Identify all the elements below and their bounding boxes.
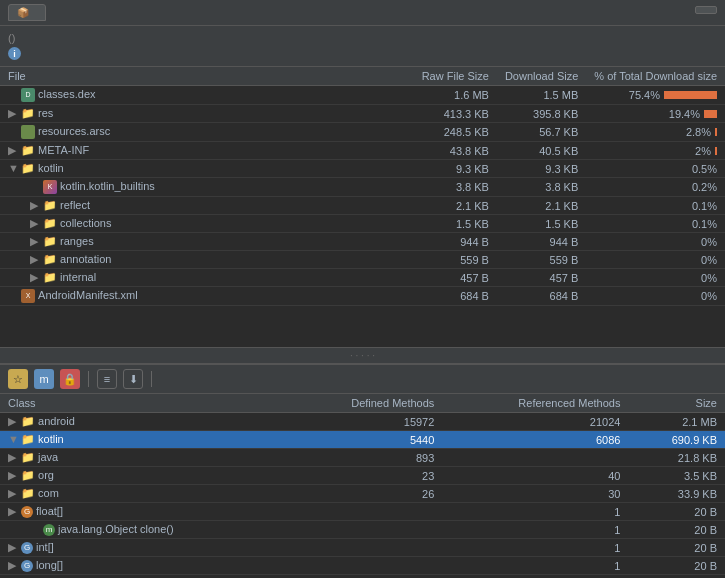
toolbar-btn-2[interactable]: m — [34, 369, 54, 389]
download-size-cell: 684 B — [497, 287, 586, 306]
table-row[interactable]: ▶ Glong[] 1 20 B — [0, 557, 725, 575]
class-name-text: java.lang.Object clone() — [58, 523, 174, 535]
pct-cell: 0% — [586, 233, 725, 251]
bar-container: 0% — [594, 290, 717, 302]
raw-size-header: Raw File Size — [414, 67, 497, 86]
table-row[interactable]: XAndroidManifest.xml 684 B 684 B 0% — [0, 287, 725, 306]
toolbar-btn-4[interactable]: ≡ — [97, 369, 117, 389]
pct-cell: 0% — [586, 287, 725, 306]
referenced-methods-cell: 40 — [442, 467, 628, 485]
toolbar-btn-3[interactable]: 🔒 — [60, 369, 80, 389]
bar-container: 75.4% — [594, 89, 717, 101]
toolbar-separator-2 — [151, 371, 152, 387]
table-row[interactable]: ▼ 📁kotlin 9.3 KB 9.3 KB 0.5% — [0, 160, 725, 178]
referenced-methods-cell: 1 — [442, 503, 628, 521]
expand-icon[interactable]: ▶ — [8, 559, 18, 572]
expand-icon[interactable]: ▶ — [8, 415, 18, 428]
file-name-text: META-INF — [38, 144, 89, 156]
download-size-cell: 1.5 MB — [497, 86, 586, 105]
referenced-methods-cell — [442, 449, 628, 467]
table-row[interactable]: ▼ 📁kotlin 5440 6086 690.9 KB — [0, 431, 725, 449]
toolbar-btn-5[interactable]: ⬇ — [123, 369, 143, 389]
expand-icon[interactable]: ▶ — [30, 199, 40, 212]
table-row[interactable]: ▶ 📁internal 457 B 457 B 0% — [0, 269, 725, 287]
pct-cell: 2.8% — [586, 123, 725, 142]
table-row[interactable]: mjava.lang.Object clone() 1 20 B — [0, 521, 725, 539]
expand-icon[interactable]: ▶ — [8, 541, 18, 554]
pct-text: 0.1% — [692, 200, 717, 212]
table-row[interactable]: ▶ 📁android 15972 21024 2.1 MB — [0, 413, 725, 431]
expand-icon[interactable]: ▶ — [30, 217, 40, 230]
file-name-text: resources.arsc — [38, 125, 110, 137]
file-name-text: res — [38, 107, 53, 119]
table-row[interactable]: ▶ 📁org 23 40 3.5 KB — [0, 467, 725, 485]
referenced-methods-cell: 1 — [442, 557, 628, 575]
expand-icon[interactable]: ▶ — [30, 235, 40, 248]
file-name-text: internal — [60, 271, 96, 283]
table-row[interactable]: ▶ 📁META-INF 43.8 KB 40.5 KB 2% — [0, 142, 725, 160]
table-row[interactable]: ▶ 📁annotation 559 B 559 B 0% — [0, 251, 725, 269]
table-row[interactable]: ▶ 📁reflect 2.1 KB 2.1 KB 0.1% — [0, 197, 725, 215]
size-cell: 21.8 KB — [628, 449, 725, 467]
bar-container: 19.4% — [594, 108, 717, 120]
size-cell: 20 B — [628, 557, 725, 575]
table-row[interactable]: ▶ 📁java 893 21.8 KB — [0, 449, 725, 467]
file-name-cell: XAndroidManifest.xml — [0, 287, 414, 306]
folder-icon: 📁 — [43, 253, 57, 265]
file-col-header: File — [0, 67, 414, 86]
file-name-cell: ▶ 📁res — [0, 105, 414, 123]
download-size-cell: 9.3 KB — [497, 160, 586, 178]
compare-button[interactable] — [695, 6, 717, 14]
folder-icon: 📁 — [21, 162, 35, 174]
size-cell: 690.9 KB — [628, 431, 725, 449]
table-row[interactable]: Dclasses.dex 1.6 MB 1.5 MB 75.4% — [0, 86, 725, 105]
bar-container: 0% — [594, 236, 717, 248]
folder-icon: 📁 — [21, 107, 35, 119]
pct-header: % of Total Download size — [586, 67, 725, 86]
defined-methods-cell: 5440 — [286, 431, 442, 449]
class-name-text: com — [38, 487, 59, 499]
expand-icon[interactable]: ▼ — [8, 162, 18, 174]
toolbar-btn-1[interactable]: ☆ — [8, 369, 28, 389]
expand-icon[interactable]: ▼ — [8, 433, 18, 445]
raw-size-cell: 944 B — [414, 233, 497, 251]
table-row[interactable]: ▶ 📁res 413.3 KB 395.8 KB 19.4% — [0, 105, 725, 123]
expand-icon[interactable]: ▶ — [8, 144, 18, 157]
file-name-text: annotation — [60, 253, 111, 265]
class-name-text: float[] — [36, 505, 63, 517]
expand-icon[interactable]: ▶ — [8, 505, 18, 518]
pct-text: 75.4% — [629, 89, 660, 101]
size-bar — [664, 91, 717, 99]
table-row[interactable]: ▶ 📁collections 1.5 KB 1.5 KB 0.1% — [0, 215, 725, 233]
bar-container: 0% — [594, 272, 717, 284]
table-row[interactable]: resources.arsc 248.5 KB 56.7 KB 2.8% — [0, 123, 725, 142]
app-size-line: i — [8, 47, 717, 60]
pct-text: 0% — [701, 236, 717, 248]
download-size-cell: 3.8 KB — [497, 178, 586, 197]
table-row[interactable]: Kkotlin.kotlin_builtins 3.8 KB 3.8 KB 0.… — [0, 178, 725, 197]
file-name-cell: ▶ 📁internal — [0, 269, 414, 287]
download-size-cell: 56.7 KB — [497, 123, 586, 142]
class-name-text: java — [38, 451, 58, 463]
pct-text: 0% — [701, 254, 717, 266]
expand-icon[interactable]: ▶ — [8, 451, 18, 464]
referenced-methods-cell: 30 — [442, 485, 628, 503]
info-icon: i — [8, 47, 21, 60]
raw-size-cell: 1.6 MB — [414, 86, 497, 105]
table-row[interactable]: ▶ 📁com 26 30 33.9 KB — [0, 485, 725, 503]
pct-cell: 0% — [586, 269, 725, 287]
class-name-cell: ▶ 📁org — [0, 467, 286, 485]
table-row[interactable]: ▶ 📁ranges 944 B 944 B 0% — [0, 233, 725, 251]
table-row[interactable]: ▶ Gfloat[] 1 20 B — [0, 503, 725, 521]
referenced-methods-cell: 1 — [442, 539, 628, 557]
expand-icon[interactable]: ▶ — [30, 271, 40, 284]
expand-icon[interactable]: ▶ — [8, 487, 18, 500]
folder-icon: 📁 — [21, 469, 35, 481]
table-row[interactable]: ▶ Gint[] 1 20 B — [0, 539, 725, 557]
expand-icon[interactable]: ▶ — [30, 253, 40, 266]
class-col-header: Class — [0, 394, 286, 413]
expand-icon[interactable]: ▶ — [8, 469, 18, 482]
expand-icon[interactable]: ▶ — [8, 107, 18, 120]
class-name-cell: ▶ 📁com — [0, 485, 286, 503]
file-tab[interactable]: 📦 — [8, 4, 46, 21]
